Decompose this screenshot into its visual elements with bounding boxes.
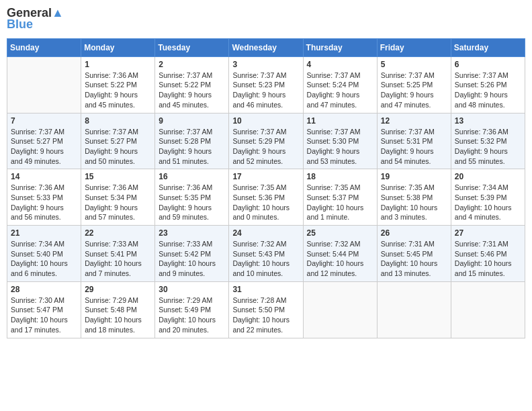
day-number: 12 — [381, 116, 447, 126]
calendar-cell: 5Sunrise: 7:37 AMSunset: 5:25 PMDaylight… — [377, 56, 451, 113]
day-info: Sunrise: 7:35 AMSunset: 5:38 PMDaylight:… — [381, 183, 447, 222]
weekday-header-saturday: Saturday — [451, 38, 525, 56]
calendar-week-1: 1Sunrise: 7:36 AMSunset: 5:22 PMDaylight… — [7, 56, 525, 113]
day-number: 10 — [232, 116, 299, 126]
calendar-cell — [303, 281, 377, 338]
calendar-cell: 7Sunrise: 7:37 AMSunset: 5:27 PMDaylight… — [7, 113, 81, 169]
day-info: Sunrise: 7:37 AMSunset: 5:29 PMDaylight:… — [232, 127, 299, 167]
calendar-cell: 1Sunrise: 7:36 AMSunset: 5:22 PMDaylight… — [81, 56, 155, 113]
day-info: Sunrise: 7:33 AMSunset: 5:41 PMDaylight:… — [85, 239, 151, 279]
calendar-cell: 31Sunrise: 7:28 AMSunset: 5:50 PMDayligh… — [229, 281, 303, 338]
day-number: 30 — [159, 285, 225, 294]
day-number: 11 — [307, 116, 373, 126]
day-info: Sunrise: 7:36 AMSunset: 5:35 PMDaylight:… — [159, 183, 225, 222]
calendar-cell: 20Sunrise: 7:34 AMSunset: 5:39 PMDayligh… — [451, 169, 525, 226]
day-info: Sunrise: 7:34 AMSunset: 5:40 PMDaylight:… — [11, 239, 77, 279]
day-number: 18 — [307, 172, 373, 181]
day-info: Sunrise: 7:31 AMSunset: 5:45 PMDaylight:… — [381, 239, 447, 279]
day-info: Sunrise: 7:37 AMSunset: 5:30 PMDaylight:… — [307, 127, 373, 167]
day-info: Sunrise: 7:37 AMSunset: 5:27 PMDaylight:… — [11, 127, 77, 167]
day-number: 20 — [455, 172, 521, 181]
day-number: 17 — [232, 172, 299, 181]
day-number: 3 — [232, 60, 299, 69]
calendar-week-3: 14Sunrise: 7:36 AMSunset: 5:33 PMDayligh… — [7, 169, 525, 226]
day-info: Sunrise: 7:31 AMSunset: 5:46 PMDaylight:… — [455, 239, 521, 279]
day-info: Sunrise: 7:37 AMSunset: 5:24 PMDaylight:… — [307, 71, 373, 110]
day-info: Sunrise: 7:37 AMSunset: 5:25 PMDaylight:… — [381, 71, 447, 110]
day-info: Sunrise: 7:37 AMSunset: 5:27 PMDaylight:… — [85, 127, 151, 167]
calendar-cell: 14Sunrise: 7:36 AMSunset: 5:33 PMDayligh… — [7, 169, 81, 226]
day-info: Sunrise: 7:37 AMSunset: 5:26 PMDaylight:… — [455, 71, 521, 110]
day-info: Sunrise: 7:36 AMSunset: 5:34 PMDaylight:… — [85, 183, 151, 222]
day-info: Sunrise: 7:35 AMSunset: 5:37 PMDaylight:… — [307, 183, 373, 222]
day-info: Sunrise: 7:35 AMSunset: 5:36 PMDaylight:… — [232, 183, 299, 222]
weekday-header-tuesday: Tuesday — [155, 38, 229, 56]
weekday-header-wednesday: Wednesday — [229, 38, 303, 56]
day-number: 2 — [159, 60, 225, 69]
day-info: Sunrise: 7:36 AMSunset: 5:32 PMDaylight:… — [455, 127, 521, 167]
calendar-week-4: 21Sunrise: 7:34 AMSunset: 5:40 PMDayligh… — [7, 226, 525, 282]
day-info: Sunrise: 7:36 AMSunset: 5:22 PMDaylight:… — [85, 71, 151, 110]
weekday-header-thursday: Thursday — [303, 38, 377, 56]
calendar-cell: 17Sunrise: 7:35 AMSunset: 5:36 PMDayligh… — [229, 169, 303, 226]
day-info: Sunrise: 7:30 AMSunset: 5:47 PMDaylight:… — [11, 295, 77, 335]
calendar-cell: 9Sunrise: 7:37 AMSunset: 5:28 PMDaylight… — [155, 113, 229, 169]
day-number: 14 — [11, 172, 77, 181]
calendar-cell — [377, 281, 451, 338]
calendar-cell: 8Sunrise: 7:37 AMSunset: 5:27 PMDaylight… — [81, 113, 155, 169]
weekday-header-friday: Friday — [377, 38, 451, 56]
calendar-cell: 13Sunrise: 7:36 AMSunset: 5:32 PMDayligh… — [451, 113, 525, 169]
day-info: Sunrise: 7:37 AMSunset: 5:28 PMDaylight:… — [159, 127, 225, 167]
day-number: 27 — [455, 228, 521, 238]
day-info: Sunrise: 7:32 AMSunset: 5:43 PMDaylight:… — [232, 239, 299, 279]
weekday-header-monday: Monday — [81, 38, 155, 56]
calendar-cell: 10Sunrise: 7:37 AMSunset: 5:29 PMDayligh… — [229, 113, 303, 169]
calendar-table: SundayMondayTuesdayWednesdayThursdayFrid… — [7, 38, 525, 338]
day-info: Sunrise: 7:29 AMSunset: 5:49 PMDaylight:… — [159, 295, 225, 335]
calendar-cell: 16Sunrise: 7:36 AMSunset: 5:35 PMDayligh… — [155, 169, 229, 226]
calendar-cell: 24Sunrise: 7:32 AMSunset: 5:43 PMDayligh… — [229, 226, 303, 282]
day-number: 22 — [85, 228, 151, 238]
calendar-cell: 4Sunrise: 7:37 AMSunset: 5:24 PMDaylight… — [303, 56, 377, 113]
day-info: Sunrise: 7:34 AMSunset: 5:39 PMDaylight:… — [455, 183, 521, 222]
calendar-cell: 12Sunrise: 7:37 AMSunset: 5:31 PMDayligh… — [377, 113, 451, 169]
calendar-cell — [7, 56, 81, 113]
calendar-cell: 28Sunrise: 7:30 AMSunset: 5:47 PMDayligh… — [7, 281, 81, 338]
calendar-cell: 18Sunrise: 7:35 AMSunset: 5:37 PMDayligh… — [303, 169, 377, 226]
day-number: 15 — [85, 172, 151, 181]
calendar-cell: 22Sunrise: 7:33 AMSunset: 5:41 PMDayligh… — [81, 226, 155, 282]
calendar-cell: 15Sunrise: 7:36 AMSunset: 5:34 PMDayligh… — [81, 169, 155, 226]
calendar-cell: 21Sunrise: 7:34 AMSunset: 5:40 PMDayligh… — [7, 226, 81, 282]
day-number: 7 — [11, 116, 77, 126]
calendar-cell: 6Sunrise: 7:37 AMSunset: 5:26 PMDaylight… — [451, 56, 525, 113]
day-number: 6 — [455, 60, 521, 69]
day-info: Sunrise: 7:32 AMSunset: 5:44 PMDaylight:… — [307, 239, 373, 279]
day-number: 9 — [159, 116, 225, 126]
page-header: General▲ Blue — [7, 7, 525, 32]
calendar-cell: 27Sunrise: 7:31 AMSunset: 5:46 PMDayligh… — [451, 226, 525, 282]
calendar-cell: 11Sunrise: 7:37 AMSunset: 5:30 PMDayligh… — [303, 113, 377, 169]
day-number: 21 — [11, 228, 77, 238]
calendar-cell: 3Sunrise: 7:37 AMSunset: 5:23 PMDaylight… — [229, 56, 303, 113]
calendar-cell: 2Sunrise: 7:37 AMSunset: 5:22 PMDaylight… — [155, 56, 229, 113]
calendar-cell — [451, 281, 525, 338]
day-number: 24 — [232, 228, 299, 238]
calendar-week-5: 28Sunrise: 7:30 AMSunset: 5:47 PMDayligh… — [7, 281, 525, 338]
day-info: Sunrise: 7:37 AMSunset: 5:31 PMDaylight:… — [381, 127, 447, 167]
day-number: 19 — [381, 172, 447, 181]
day-number: 29 — [85, 285, 151, 294]
calendar-week-2: 7Sunrise: 7:37 AMSunset: 5:27 PMDaylight… — [7, 113, 525, 169]
day-info: Sunrise: 7:28 AMSunset: 5:50 PMDaylight:… — [232, 295, 299, 335]
day-number: 5 — [381, 60, 447, 69]
day-number: 23 — [159, 228, 225, 238]
calendar-cell: 30Sunrise: 7:29 AMSunset: 5:49 PMDayligh… — [155, 281, 229, 338]
day-info: Sunrise: 7:37 AMSunset: 5:23 PMDaylight:… — [232, 71, 299, 110]
day-number: 4 — [307, 60, 373, 69]
day-info: Sunrise: 7:36 AMSunset: 5:33 PMDaylight:… — [11, 183, 77, 222]
weekday-header-row: SundayMondayTuesdayWednesdayThursdayFrid… — [7, 38, 525, 56]
calendar-cell: 29Sunrise: 7:29 AMSunset: 5:48 PMDayligh… — [81, 281, 155, 338]
day-number: 26 — [381, 228, 447, 238]
day-number: 31 — [232, 285, 299, 294]
day-number: 8 — [85, 116, 151, 126]
day-number: 25 — [307, 228, 373, 238]
